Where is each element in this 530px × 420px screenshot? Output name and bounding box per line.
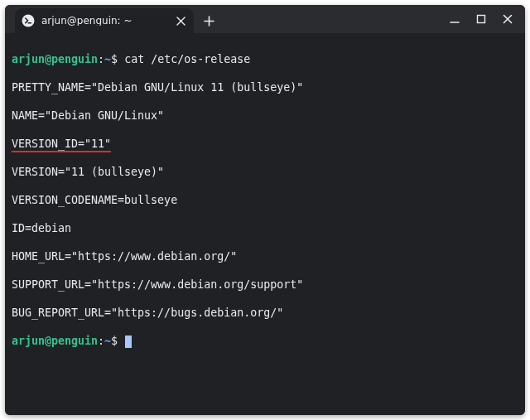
prompt-path: ~ bbox=[104, 53, 111, 65]
svg-rect-7 bbox=[478, 16, 485, 23]
window-controls bbox=[442, 5, 520, 33]
output-line: PRETTY_NAME="Debian GNU/Linux 11 (bullse… bbox=[12, 80, 518, 94]
minimize-button[interactable] bbox=[442, 7, 467, 31]
cursor bbox=[125, 336, 132, 348]
prompt-sigil: $ bbox=[111, 53, 118, 65]
prompt-sep: : bbox=[98, 335, 104, 347]
output-line: BUG_REPORT_URL="https://bugs.debian.org/… bbox=[12, 306, 518, 320]
prompt-line-2: arjun@penguin:~$ bbox=[12, 334, 518, 348]
titlebar: arjun@penguin: ~ bbox=[5, 5, 525, 33]
new-tab-button[interactable] bbox=[197, 9, 220, 32]
output-line: VERSION="11 (bullseye)" bbox=[12, 165, 518, 179]
output-line: VERSION_CODENAME=bullseye bbox=[12, 193, 518, 207]
output-line: HOME_URL="https://www.debian.org/" bbox=[12, 249, 518, 263]
prompt-sigil: $ bbox=[111, 335, 118, 347]
tab-active[interactable]: arjun@penguin: ~ bbox=[15, 8, 194, 33]
highlight-version-id: VERSION_ID="11" bbox=[12, 137, 111, 152]
output-line: SUPPORT_URL="https://www.debian.org/supp… bbox=[12, 278, 518, 292]
prompt-path: ~ bbox=[104, 335, 111, 347]
prompt-sep: : bbox=[98, 53, 104, 65]
terminal-body[interactable]: arjun@penguin:~$ cat /etc/os-release PRE… bbox=[5, 33, 525, 415]
terminal-window: arjun@penguin: ~ bbox=[5, 5, 525, 415]
prompt-line-1: arjun@penguin:~$ cat /etc/os-release bbox=[12, 52, 518, 66]
output-line: ID=debian bbox=[12, 221, 518, 235]
close-window-button[interactable] bbox=[495, 7, 520, 31]
output-line-highlight: VERSION_ID="11" bbox=[12, 137, 518, 151]
prompt-userhost: arjun@penguin bbox=[12, 335, 98, 347]
output-line: NAME="Debian GNU/Linux" bbox=[12, 109, 518, 123]
maximize-button[interactable] bbox=[469, 7, 494, 31]
command-text: cat /etc/os-release bbox=[124, 53, 250, 65]
tab-close-button[interactable] bbox=[174, 14, 187, 27]
prompt-userhost: arjun@penguin bbox=[12, 53, 98, 65]
terminal-icon bbox=[22, 14, 35, 27]
tab-title: arjun@penguin: ~ bbox=[41, 16, 167, 26]
